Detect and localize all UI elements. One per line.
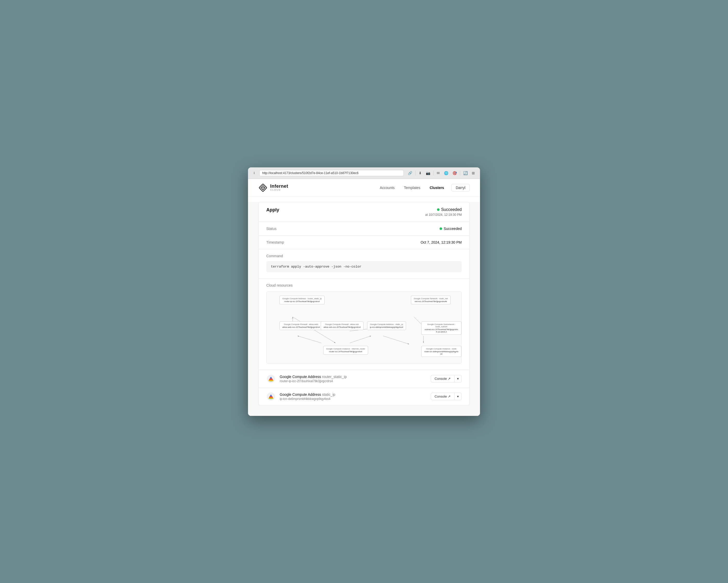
logo-main: Infernet [270, 184, 288, 189]
sidebar-icon[interactable]: ⊞ [471, 170, 476, 176]
camera-icon[interactable]: 📷 [425, 170, 431, 176]
mail-icon[interactable]: ✉ [436, 170, 441, 176]
nav-accounts[interactable]: Accounts [375, 184, 399, 191]
nav-links: Accounts Templates Clusters Darryl [375, 184, 470, 192]
divider-3 [460, 171, 460, 175]
console-button-1[interactable]: Console ↗ [431, 393, 454, 400]
dropdown-button-1[interactable]: ▾ [454, 393, 462, 400]
apply-status-area: Succeeded at 10/7/2024, 12:19:30 PM [425, 207, 462, 217]
divider-1 [415, 171, 416, 175]
divider-2 [433, 171, 434, 175]
svg-line-6 [297, 336, 321, 343]
browser-window: i http://localhost:4173/clusters/510f2d7… [248, 167, 480, 416]
resource-type-name-1: Google Compute Address [280, 392, 321, 396]
status-dot-green [437, 208, 440, 211]
resource-info-0: Google Compute Address router_static_ip … [280, 375, 347, 383]
apply-status-label: Succeeded [441, 207, 462, 212]
resource-subtype-0: router_static_ip [322, 375, 347, 379]
command-section: Command terraform apply -auto-approve -j… [258, 249, 470, 279]
command-box: terraform apply -auto-approve -json -no-… [266, 261, 462, 272]
resource-item-1: Google Compute Address static_ip ip-icn-… [258, 388, 470, 406]
timestamp-row: Timestamp Oct 7, 2024, 12:19:30 PM [258, 235, 470, 249]
nav-clusters[interactable]: Clusters [425, 184, 448, 191]
graph-node-node-subnet: Google Compute Subnetwork · node_subnet … [421, 322, 462, 335]
cloud-resources-label: Cloud resources [266, 283, 462, 287]
resource-type-1: Google Compute Address static_ip [280, 392, 335, 396]
timestamp-value: Oct 7, 2024, 12:19:30 PM [420, 240, 462, 244]
status-value-badge: Succeeded [440, 227, 462, 231]
page-content: Infernet CLOUD Accounts Templates Cluste… [248, 179, 480, 416]
nav-user-button[interactable]: Darryl [451, 184, 470, 192]
resource-item-0: Google Compute Address router_static_ip … [258, 370, 470, 388]
status-label: Status [266, 227, 277, 231]
browser-actions: 🔗 ⬇ 📷 ✉ 🌐 🎯 🔄 ⊞ [407, 170, 476, 176]
svg-point-14 [270, 395, 272, 396]
logo-text: Infernet CLOUD [270, 184, 288, 192]
link-icon[interactable]: 🔗 [407, 170, 413, 176]
status-value-dot [440, 227, 442, 230]
apply-status-badge: Succeeded [425, 207, 462, 212]
refresh-icon[interactable]: 🔄 [462, 170, 469, 176]
svg-line-10 [350, 336, 371, 343]
gcp-icon-0 [266, 374, 276, 383]
gcp-icon-1 [266, 392, 276, 401]
resource-id-1: ip-icn-dx6mprsmbf4kkkwgop9qy4ss4 [280, 397, 335, 401]
download-icon[interactable]: ⬇ [418, 170, 423, 176]
graph-node-static-ip: Google Compute Address · static_ip ip-ic… [367, 322, 406, 330]
apply-header: Apply Succeeded at 10/7/2024, 12:19:30 P… [258, 202, 470, 222]
graph-node-allow-web: Google Compute Firewall · allow-web allo… [280, 322, 323, 330]
target-icon[interactable]: 🎯 [451, 170, 458, 176]
graph-node-allow-ssh: Google Compute Firewall · allow-ssh allo… [321, 322, 363, 330]
resource-left-0: Google Compute Address router_static_ip … [266, 374, 347, 383]
logo-sub: CLOUD [270, 189, 288, 191]
graph-node-node-net: Google Compute Network · node_net net-nc… [411, 296, 451, 304]
apply-timestamp: at 10/7/2024, 12:19:30 PM [425, 213, 462, 217]
resource-actions-0: Console ↗ ▾ [431, 375, 462, 382]
resource-id-0: router-ip-icc-2t7duuhixal78k3jjvgcrdrs4 [280, 379, 347, 383]
command-label: Command [266, 254, 462, 258]
graph-container: Google Compute Address · router_static_i… [266, 292, 462, 364]
resource-left-1: Google Compute Address static_ip ip-icn-… [266, 392, 335, 401]
info-icon: i [252, 171, 256, 175]
logo-area: Infernet CLOUD [258, 183, 375, 192]
svg-line-9 [383, 336, 409, 344]
resource-info-1: Google Compute Address static_ip ip-icn-… [280, 392, 335, 401]
resource-subtype-1: static_ip [322, 392, 335, 396]
url-bar[interactable]: http://localhost:4173/clusters/510f2d7e-… [259, 170, 404, 176]
console-button-0[interactable]: Console ↗ [431, 375, 454, 382]
resource-actions-1: Console ↗ ▾ [431, 393, 462, 400]
status-value: Succeeded [444, 227, 462, 231]
graph-node-node-instance: Google Compute Instance · node node-icn-… [421, 346, 462, 357]
nav-templates[interactable]: Templates [400, 184, 424, 191]
apply-title: Apply [266, 207, 279, 213]
cloud-resources-section: Cloud resources [258, 279, 470, 370]
graph-node-router-static-ip: Google Compute Address · router_static_i… [280, 296, 324, 304]
main-content: Apply Succeeded at 10/7/2024, 12:19:30 P… [248, 202, 480, 416]
timestamp-label: Timestamp [266, 240, 284, 244]
dropdown-button-0[interactable]: ▾ [454, 375, 462, 382]
browser-chrome: i http://localhost:4173/clusters/510f2d7… [248, 167, 480, 179]
status-row: Status Succeeded [258, 222, 470, 235]
logo-icon [258, 183, 267, 192]
navbar: Infernet CLOUD Accounts Templates Cluste… [248, 179, 480, 197]
resource-type-0: Google Compute Address router_static_ip [280, 375, 347, 379]
resource-type-name-0: Google Compute Address [280, 375, 321, 379]
graph-node-internet-router: Google Compute Instance · internet_route… [323, 346, 368, 355]
svg-point-12 [270, 377, 272, 379]
globe-icon[interactable]: 🌐 [443, 170, 449, 176]
